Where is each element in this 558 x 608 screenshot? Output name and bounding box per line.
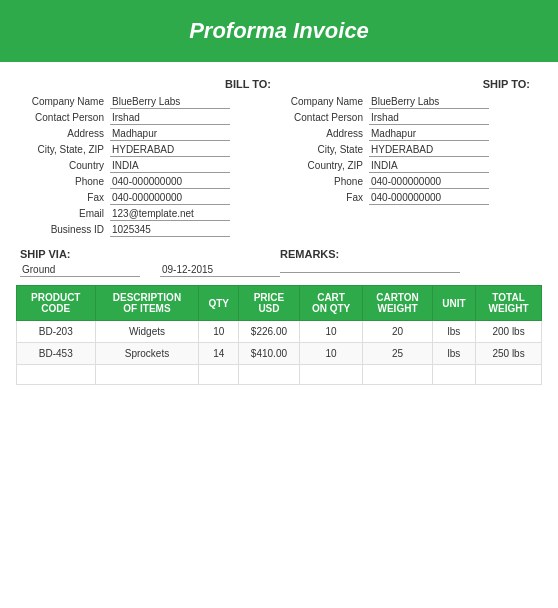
cell-unit: lbs: [432, 321, 475, 343]
city-state-ship-value: HYDERABAD: [369, 144, 489, 157]
cell-price: $410.00: [239, 343, 300, 365]
contact-person-bill-label: Contact Person: [20, 112, 110, 123]
col-cart-qty: CARTON QTY: [299, 286, 363, 321]
cell-desc: Widgets: [95, 321, 199, 343]
col-description: DESCRIPTIONOF ITEMS: [95, 286, 199, 321]
fax-bill-value: 040-000000000: [110, 192, 230, 205]
city-state-ship-label: City, State: [279, 144, 369, 155]
cell-cart-qty: 10: [299, 321, 363, 343]
fax-bill-label: Fax: [20, 192, 110, 203]
cell-qty: 14: [199, 343, 239, 365]
remarks-value: [280, 261, 460, 273]
col-total-weight: TOTALWEIGHT: [476, 286, 542, 321]
email-bill-label: Email: [20, 208, 110, 219]
fax-ship-value: 040-000000000: [369, 192, 489, 205]
contact-person-ship-label: Contact Person: [279, 112, 369, 123]
remarks-label: REMARKS:: [280, 248, 538, 260]
table-row: BD-453 Sprockets 14 $410.00 10 25 lbs 25…: [17, 343, 542, 365]
address-bill-value: Madhapur: [110, 128, 230, 141]
address-ship-label: Address: [279, 128, 369, 139]
cell-code: BD-203: [17, 321, 96, 343]
company-name-ship-value: BlueBerry Labs: [369, 96, 489, 109]
cell-total-weight: 200 lbs: [476, 321, 542, 343]
col-unit: UNIT: [432, 286, 475, 321]
company-name-bill-value: BlueBerry Labs: [110, 96, 230, 109]
company-name-bill-label: Company Name: [20, 96, 110, 107]
contact-person-ship-value: Irshad: [369, 112, 489, 125]
country-zip-ship-label: Country, ZIP: [279, 160, 369, 171]
phone-ship-value: 040-000000000: [369, 176, 489, 189]
address-bill-label: Address: [20, 128, 110, 139]
ship-via-date: 09-12-2015: [160, 264, 280, 277]
invoice-table: PRODUCTCODE DESCRIPTIONOF ITEMS QTY PRIC…: [16, 285, 542, 385]
phone-bill-value: 040-000000000: [110, 176, 230, 189]
business-id-bill-label: Business ID: [20, 224, 110, 235]
cell-code: BD-453: [17, 343, 96, 365]
cell-total-weight: 250 lbs: [476, 343, 542, 365]
page-title: Proforma Invoice: [0, 0, 558, 62]
city-state-zip-bill-label: City, State, ZIP: [20, 144, 110, 155]
bill-to-label: BILL TO:: [20, 78, 279, 90]
cell-carton-weight: 20: [363, 321, 432, 343]
country-bill-label: Country: [20, 160, 110, 171]
phone-bill-label: Phone: [20, 176, 110, 187]
cell-carton-weight: 25: [363, 343, 432, 365]
col-qty: QTY: [199, 286, 239, 321]
email-bill-value: 123@template.net: [110, 208, 230, 221]
address-ship-value: Madhapur: [369, 128, 489, 141]
cell-price: $226.00: [239, 321, 300, 343]
country-zip-ship-value: INDIA: [369, 160, 489, 173]
ship-to-label: SHIP TO:: [279, 78, 538, 90]
cell-cart-qty: 10: [299, 343, 363, 365]
ship-via-label: SHIP VIA:: [20, 248, 280, 260]
company-name-ship-label: Company Name: [279, 96, 369, 107]
ship-via-value: Ground: [20, 264, 140, 277]
col-product-code: PRODUCTCODE: [17, 286, 96, 321]
phone-ship-label: Phone: [279, 176, 369, 187]
business-id-bill-value: 1025345: [110, 224, 230, 237]
col-carton-weight: CARTONWEIGHT: [363, 286, 432, 321]
fax-ship-label: Fax: [279, 192, 369, 203]
table-row-empty: [17, 365, 542, 385]
cell-unit: lbs: [432, 343, 475, 365]
cell-desc: Sprockets: [95, 343, 199, 365]
table-row: BD-203 Widgets 10 $226.00 10 20 lbs 200 …: [17, 321, 542, 343]
cell-qty: 10: [199, 321, 239, 343]
city-state-zip-bill-value: HYDERABAD: [110, 144, 230, 157]
contact-person-bill-value: Irshad: [110, 112, 230, 125]
country-bill-value: INDIA: [110, 160, 230, 173]
col-price: PRICEUSD: [239, 286, 300, 321]
